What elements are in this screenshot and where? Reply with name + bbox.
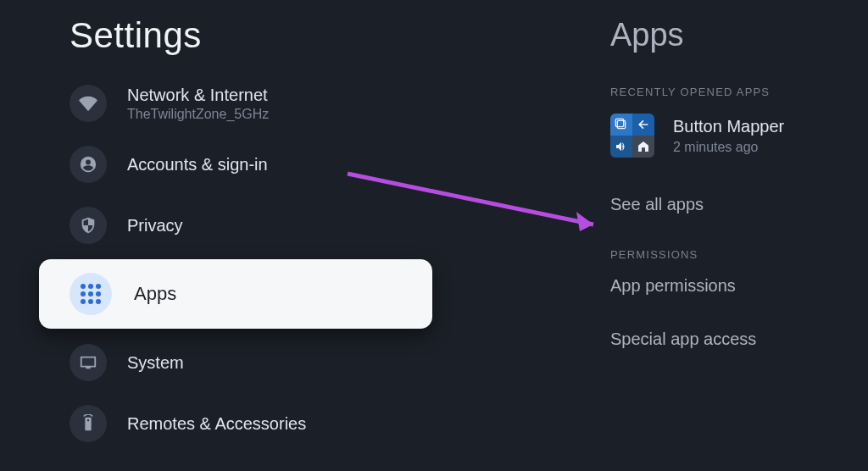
menu-label: Privacy xyxy=(127,216,183,236)
apps-icon xyxy=(70,273,112,315)
settings-title: Settings xyxy=(70,15,458,56)
special-app-access[interactable]: Special app access xyxy=(610,330,865,349)
apps-right-pane: Apps RECENTLY OPENED APPS Button Mapper … xyxy=(610,0,865,471)
right-title: Apps xyxy=(610,17,865,53)
app-permissions[interactable]: App permissions xyxy=(610,276,865,296)
menu-item-network[interactable]: Network & Internet TheTwilightZone_5GHz xyxy=(0,73,458,134)
recently-opened-header: RECENTLY OPENED APPS xyxy=(610,86,865,98)
menu-label: System xyxy=(127,353,184,373)
settings-left-pane: Settings Network & Internet TheTwilightZ… xyxy=(0,0,458,471)
account-icon xyxy=(70,146,107,183)
menu-subtitle: TheTwilightZone_5GHz xyxy=(127,107,269,122)
menu-label: Remotes & Accessories xyxy=(127,414,306,434)
menu-item-apps[interactable]: Apps xyxy=(39,259,432,329)
tv-icon xyxy=(70,344,107,381)
menu-label: Accounts & sign-in xyxy=(127,155,268,175)
recent-app-time: 2 minutes ago xyxy=(673,140,784,155)
menu-item-privacy[interactable]: Privacy xyxy=(0,195,458,256)
remote-icon xyxy=(70,405,107,442)
recent-app-name: Button Mapper xyxy=(673,117,784,136)
menu-label: Apps xyxy=(134,283,176,305)
shield-icon xyxy=(70,207,107,244)
button-mapper-icon xyxy=(610,114,654,158)
wifi-icon xyxy=(70,85,107,122)
settings-menu: Network & Internet TheTwilightZone_5GHz … xyxy=(0,73,458,454)
see-all-apps[interactable]: See all apps xyxy=(610,195,865,214)
permissions-header: PERMISSIONS xyxy=(610,248,865,261)
svg-marker-3 xyxy=(576,212,593,231)
recent-app-item[interactable]: Button Mapper 2 minutes ago xyxy=(610,114,865,158)
menu-item-system[interactable]: System xyxy=(0,332,458,393)
menu-label: Network & Internet xyxy=(127,86,269,105)
menu-item-remotes[interactable]: Remotes & Accessories xyxy=(0,393,458,454)
menu-item-accounts[interactable]: Accounts & sign-in xyxy=(0,134,458,195)
